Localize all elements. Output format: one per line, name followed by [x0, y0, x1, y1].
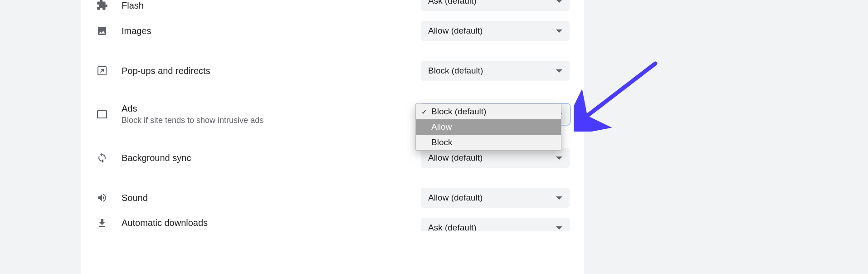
- images-select[interactable]: Allow (default): [421, 21, 570, 41]
- downloads-select[interactable]: Ask (default): [421, 218, 570, 231]
- download-icon: [95, 218, 109, 229]
- permission-label: Sound: [122, 193, 408, 203]
- permission-subtitle: Block if site tends to show intrusive ad…: [122, 116, 408, 125]
- checkmark-icon: ✓: [421, 108, 431, 116]
- svg-line-2: [587, 64, 655, 116]
- svg-rect-1: [98, 111, 107, 118]
- flash-select[interactable]: Ask (default): [421, 0, 570, 11]
- permission-label: Pop-ups and redirects: [122, 66, 408, 76]
- chevron-down-icon: [556, 196, 562, 200]
- permission-label: Images: [122, 26, 408, 36]
- chevron-down-icon: [556, 69, 562, 73]
- dropdown-option-allow[interactable]: Allow: [416, 119, 561, 135]
- permission-row-downloads: Automatic downloads Ask (default): [95, 218, 570, 231]
- annotation-arrow: [574, 59, 664, 132]
- permission-label: Ads: [122, 103, 408, 114]
- permission-row-flash: Flash Ask (default): [95, 0, 570, 11]
- chevron-down-icon: [556, 0, 562, 3]
- sound-icon: [95, 192, 109, 203]
- permission-row-images: Images Allow (default): [95, 11, 570, 51]
- ads-dropdown-menu[interactable]: ✓ Block (default) Allow Block: [415, 103, 561, 151]
- popup-icon: [95, 65, 109, 76]
- permission-label: Automatic downloads: [122, 218, 408, 228]
- permission-row-popups: Pop-ups and redirects Block (default): [95, 51, 570, 91]
- dropdown-option-block-default[interactable]: ✓ Block (default): [416, 104, 561, 119]
- chevron-down-icon: [556, 157, 562, 160]
- image-icon: [95, 25, 109, 36]
- permission-label: Flash: [122, 0, 408, 11]
- popups-select[interactable]: Block (default): [421, 61, 570, 81]
- ads-icon: [95, 110, 109, 119]
- bgsync-select[interactable]: Allow (default): [421, 148, 570, 168]
- chevron-down-icon: [556, 29, 562, 33]
- dropdown-option-block[interactable]: Block: [416, 135, 561, 150]
- chevron-down-icon: [556, 226, 562, 230]
- permission-label: Background sync: [122, 153, 408, 163]
- sound-select[interactable]: Allow (default): [421, 188, 570, 208]
- permission-row-sound: Sound Allow (default): [95, 178, 570, 218]
- sync-icon: [95, 152, 109, 163]
- puzzle-piece-icon: [95, 0, 109, 11]
